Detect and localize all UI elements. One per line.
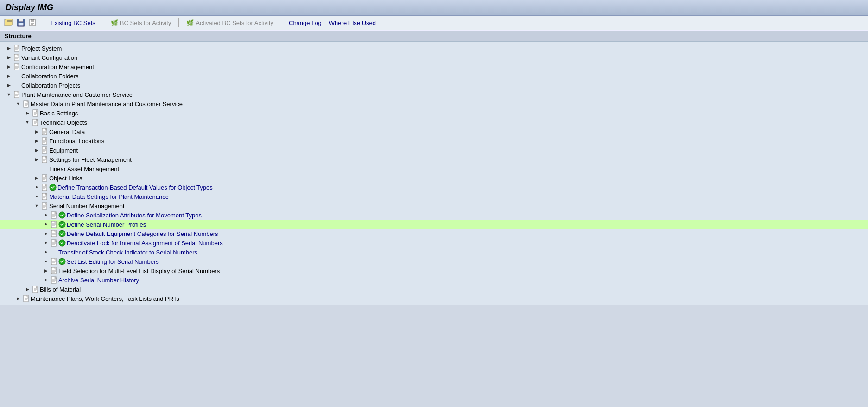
doc-icon-3 [14, 63, 20, 70]
activity-icon-19 [58, 211, 66, 219]
expand-arrow-10[interactable]: ▶ [33, 129, 40, 134]
expand-arrow-20[interactable]: • [43, 221, 49, 228]
expand-arrow-9[interactable]: ▼ [24, 120, 31, 125]
doc-icon-20 [51, 221, 57, 228]
doc-icon-13 [42, 156, 48, 163]
doc-icon-28 [23, 295, 30, 302]
expand-arrow-24[interactable]: • [43, 258, 49, 265]
svg-rect-5 [19, 19, 23, 22]
tree-item-19[interactable]: • Define Serialization Attributes for Mo… [0, 210, 868, 220]
tree-label-3: Configuration Management [21, 64, 94, 70]
tree-item-3[interactable]: ▶ Configuration Management [0, 62, 868, 71]
doc-icon-16 [42, 184, 48, 191]
toolbar-separator-3 [178, 18, 179, 27]
tree-label-9: Technical Objects [40, 119, 87, 126]
structure-header: Structure [0, 30, 868, 42]
expand-arrow-18[interactable]: ▼ [33, 204, 40, 208]
tree-item-18[interactable]: ▼ Serial Number Management [0, 201, 868, 210]
tree-item-23[interactable]: •Transfer of Stock Check Indicator to Se… [0, 248, 868, 257]
bc-sets-for-activity-button[interactable]: 🌿 BC Sets for Activity [108, 19, 174, 27]
toolbar: Existing BC Sets 🌿 BC Sets for Activity … [0, 16, 868, 30]
expand-arrow-7[interactable]: ▼ [15, 102, 21, 106]
tree-label-18: Serial Number Management [49, 203, 125, 210]
tree-label-5: Collaboration Projects [21, 82, 80, 89]
tree-label-26: Archive Serial Number History [58, 277, 139, 284]
save-toolbar-icon[interactable] [16, 18, 26, 28]
tree-item-12[interactable]: ▶ Equipment [0, 146, 868, 155]
tree-item-9[interactable]: ▼ Technical Objects [0, 118, 868, 127]
doc-icon-21 [51, 230, 57, 237]
tree-item-5[interactable]: ▶Collaboration Projects [0, 81, 868, 90]
tree-item-14[interactable]: Linear Asset Management [0, 164, 868, 173]
tree-item-4[interactable]: ▶Collaboration Folders [0, 71, 868, 81]
doc-icon-18 [42, 202, 48, 210]
expand-arrow-26[interactable]: • [43, 276, 49, 284]
doc-icon-25 [51, 267, 57, 274]
activity-icon-16 [49, 184, 57, 191]
tree-label-14: Linear Asset Management [49, 165, 119, 172]
expand-arrow-25[interactable]: ▶ [43, 268, 49, 273]
change-log-button[interactable]: Change Log [286, 19, 324, 27]
activity-icon-24 [58, 258, 66, 265]
tree-item-20[interactable]: • Define Serial Number Profiles [0, 220, 868, 229]
expand-arrow-23[interactable]: • [43, 248, 49, 256]
expand-arrow-27[interactable]: ▶ [24, 287, 31, 292]
tree-item-28[interactable]: ▶ Maintenance Plans, Work Centers, Task … [0, 294, 868, 303]
activated-bc-sets-button[interactable]: 🌿 Activated BC Sets for Activity [184, 19, 276, 27]
expand-arrow-15[interactable]: ▶ [33, 176, 40, 180]
tree-item-6[interactable]: ▼ Plant Maintenance and Customer Service [0, 90, 868, 99]
expand-arrow-19[interactable]: • [43, 211, 49, 219]
activity-icon-22 [58, 239, 66, 247]
expand-arrow-28[interactable]: ▶ [15, 296, 21, 301]
expand-arrow-13[interactable]: ▶ [33, 157, 40, 162]
doc-icon-24 [51, 258, 57, 265]
title-bar: Display IMG [0, 0, 868, 16]
properties-toolbar-icon[interactable] [28, 18, 38, 28]
tree-item-11[interactable]: ▶ Functional Locations [0, 136, 868, 146]
expand-arrow-6[interactable]: ▼ [6, 92, 12, 97]
doc-icon-1 [14, 45, 20, 52]
doc-icon-27 [32, 286, 39, 293]
doc-icon-10 [42, 128, 48, 135]
tree-label-17: Material Data Settings for Plant Mainten… [49, 193, 169, 200]
tree-item-26[interactable]: • Archive Serial Number History [0, 275, 868, 285]
tree-item-10[interactable]: ▶ General Data [0, 127, 868, 136]
doc-icon-17 [42, 193, 48, 200]
expand-arrow-16[interactable]: • [33, 184, 40, 191]
tree-label-22: Deactivate Lock for Internal Assignment … [67, 240, 223, 247]
expand-arrow-12[interactable]: ▶ [33, 148, 40, 153]
tree-item-8[interactable]: ▶ Basic Settings [0, 108, 868, 118]
tree-item-15[interactable]: ▶ Object Links [0, 173, 868, 183]
expand-arrow-3[interactable]: ▶ [6, 64, 12, 69]
tree-item-13[interactable]: ▶ Settings for Fleet Management [0, 155, 868, 164]
tree-item-7[interactable]: ▼ Master Data in Plant Maintenance and C… [0, 99, 868, 108]
doc-icon-26 [51, 276, 57, 284]
expand-arrow-21[interactable]: • [43, 230, 49, 237]
tree-label-6: Plant Maintenance and Customer Service [21, 91, 133, 98]
tree-item-21[interactable]: • Define Default Equipment Categories fo… [0, 229, 868, 238]
tree-item-25[interactable]: ▶ Field Selection for Multi-Level List D… [0, 266, 868, 275]
tree-item-17[interactable]: • Material Data Settings for Plant Maint… [0, 192, 868, 201]
expand-arrow-17[interactable]: • [33, 193, 40, 200]
expand-arrow-22[interactable]: • [43, 239, 49, 247]
expand-arrow-4[interactable]: ▶ [6, 74, 12, 78]
tree-item-2[interactable]: ▶ Variant Configuration [0, 53, 868, 62]
doc-icon-12 [42, 146, 48, 154]
existing-bc-sets-button[interactable]: Existing BC Sets [48, 19, 98, 27]
bc-sets-toolbar-icon[interactable] [4, 18, 14, 28]
expand-arrow-11[interactable]: ▶ [33, 139, 40, 143]
tree-label-8: Basic Settings [40, 110, 78, 117]
expand-arrow-1[interactable]: ▶ [6, 46, 12, 51]
page-title: Display IMG [6, 3, 862, 13]
tree-item-27[interactable]: ▶ Bills of Material [0, 285, 868, 294]
tree-label-21: Define Default Equipment Categories for … [67, 230, 218, 237]
expand-arrow-5[interactable]: ▶ [6, 83, 12, 88]
where-else-used-button[interactable]: Where Else Used [326, 19, 379, 27]
expand-arrow-8[interactable]: ▶ [24, 111, 31, 115]
tree-item-22[interactable]: • Deactivate Lock for Internal Assignmen… [0, 238, 868, 248]
tree-item-1[interactable]: ▶ Project System [0, 44, 868, 53]
tree-item-24[interactable]: • Set List Editing for Serial Numbers [0, 257, 868, 266]
expand-arrow-2[interactable]: ▶ [6, 55, 12, 60]
tree-item-16[interactable]: • Define Transaction-Based Default Value… [0, 183, 868, 192]
tree-label-11: Functional Locations [49, 138, 104, 145]
